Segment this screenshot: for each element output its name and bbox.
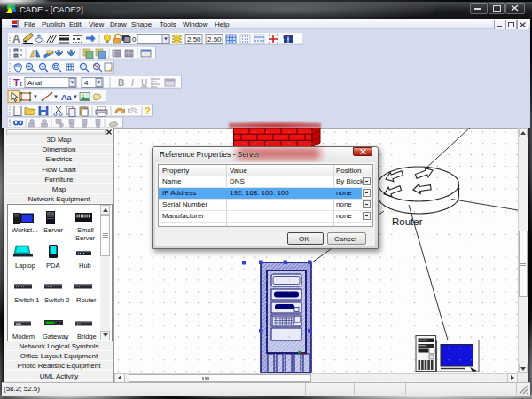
svg-text:Switch 1: Switch 1 — [14, 296, 39, 304]
svg-text:Bridge: Bridge — [77, 332, 97, 340]
svg-text:Aa: Aa — [61, 92, 72, 101]
svg-text:0: 0 — [132, 35, 137, 43]
svg-text:U: U — [141, 77, 147, 87]
svg-text:Switch 2: Switch 2 — [44, 296, 69, 304]
svg-text:Hub: Hub — [79, 262, 91, 270]
svg-text:T: T — [13, 77, 20, 88]
svg-text:Router: Router — [76, 296, 97, 304]
svg-text:t: t — [20, 80, 22, 88]
svg-text:A: A — [12, 33, 20, 45]
svg-text:Gateway: Gateway — [43, 332, 69, 340]
svg-text:I: I — [131, 77, 134, 87]
svg-text:Server: Server — [75, 234, 96, 242]
svg-text:2.50: 2.50 — [207, 35, 222, 43]
svg-text:Small: Small — [77, 226, 94, 234]
svg-text:B: B — [118, 77, 124, 87]
svg-text:2.50: 2.50 — [187, 35, 201, 43]
svg-text:Workst...: Workst... — [12, 226, 37, 234]
svg-text:Laptop: Laptop — [15, 262, 35, 270]
svg-text:Server: Server — [43, 226, 64, 234]
svg-text:Arial: Arial — [27, 78, 42, 86]
svg-text:4: 4 — [84, 78, 89, 86]
svg-text:PDA: PDA — [46, 262, 59, 270]
svg-text:?: ? — [145, 106, 151, 116]
svg-text:Modem: Modem — [12, 332, 35, 340]
